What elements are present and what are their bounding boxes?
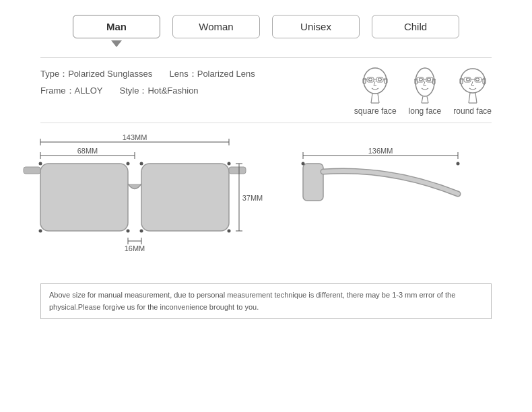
square-face-icon bbox=[360, 66, 391, 104]
svg-rect-54 bbox=[141, 164, 229, 231]
svg-point-79 bbox=[457, 162, 460, 166]
tab-arrow bbox=[111, 40, 122, 47]
svg-point-65 bbox=[39, 162, 42, 166]
glasses-front-svg: 143MM 68MM 37MM 1 bbox=[20, 130, 269, 271]
svg-point-78 bbox=[302, 162, 305, 166]
tab-row: Man Woman Unisex Child bbox=[0, 0, 532, 45]
svg-line-37 bbox=[469, 93, 470, 103]
svg-line-20 bbox=[424, 81, 425, 85]
svg-point-72 bbox=[228, 230, 231, 233]
svg-rect-56 bbox=[229, 167, 246, 174]
svg-rect-53 bbox=[40, 164, 128, 231]
face-item-long: long face bbox=[409, 66, 442, 116]
style-value: Hot&Fashion bbox=[147, 85, 198, 96]
note-text: Above size for manual measurement, due t… bbox=[49, 291, 455, 311]
diagram-front: 143MM 68MM 37MM 1 bbox=[20, 130, 276, 278]
lens-value: Polarized Lens bbox=[197, 69, 255, 79]
face-icons: square face long face bbox=[354, 66, 492, 116]
svg-point-33 bbox=[466, 78, 469, 81]
long-face-icon bbox=[409, 66, 440, 104]
tab-unisex[interactable]: Unisex bbox=[272, 15, 360, 38]
type-value: Polarized Sunglasses bbox=[68, 69, 152, 79]
svg-text:37MM: 37MM bbox=[242, 194, 263, 202]
frame-value: ALLOY bbox=[75, 85, 103, 96]
svg-line-7 bbox=[371, 94, 372, 103]
note-box: Above size for manual measurement, due t… bbox=[40, 283, 492, 319]
svg-point-68 bbox=[228, 162, 231, 166]
svg-point-19 bbox=[427, 78, 430, 81]
svg-rect-2 bbox=[385, 78, 387, 83]
diagram-side: 136MM bbox=[296, 143, 478, 251]
top-divider bbox=[40, 57, 492, 58]
svg-point-3 bbox=[369, 78, 372, 81]
svg-point-70 bbox=[127, 230, 130, 233]
svg-line-8 bbox=[378, 94, 379, 103]
lens-label: Lens： bbox=[170, 69, 197, 79]
svg-point-4 bbox=[378, 78, 382, 81]
svg-rect-77 bbox=[303, 164, 323, 201]
svg-text:136MM: 136MM bbox=[368, 147, 393, 155]
svg-point-18 bbox=[419, 78, 422, 81]
svg-point-71 bbox=[140, 230, 143, 233]
info-row: Type：Polarized Sunglasses Lens：Polarized… bbox=[0, 66, 532, 116]
face-item-square: square face bbox=[354, 66, 397, 116]
svg-point-67 bbox=[140, 162, 143, 166]
info-left: Type：Polarized Sunglasses Lens：Polarized… bbox=[40, 66, 354, 99]
svg-rect-1 bbox=[363, 78, 366, 83]
svg-text:68MM: 68MM bbox=[77, 147, 98, 155]
svg-line-38 bbox=[475, 93, 477, 103]
face-item-round: round face bbox=[453, 66, 492, 116]
svg-text:16MM: 16MM bbox=[125, 244, 145, 252]
svg-text:143MM: 143MM bbox=[123, 133, 147, 141]
svg-rect-55 bbox=[24, 167, 40, 174]
glasses-side-svg: 136MM bbox=[296, 143, 471, 251]
tab-man[interactable]: Man bbox=[73, 15, 160, 38]
svg-point-34 bbox=[475, 78, 479, 81]
svg-line-5 bbox=[374, 81, 375, 85]
svg-point-69 bbox=[39, 230, 42, 233]
round-face-icon bbox=[457, 66, 488, 104]
face-label-round: round face bbox=[453, 106, 492, 116]
svg-line-23 bbox=[427, 96, 428, 103]
tab-woman[interactable]: Woman bbox=[172, 15, 260, 38]
style-label: Style： bbox=[120, 85, 148, 96]
face-label-long: long face bbox=[409, 106, 442, 116]
face-label-square: square face bbox=[354, 106, 397, 116]
svg-point-66 bbox=[127, 162, 130, 166]
type-label: Type： bbox=[40, 69, 68, 79]
diagram-section: 143MM 68MM 37MM 1 bbox=[0, 123, 532, 278]
tab-child[interactable]: Child bbox=[372, 15, 459, 38]
frame-label: Frame： bbox=[40, 85, 75, 96]
svg-line-22 bbox=[422, 96, 423, 103]
svg-line-35 bbox=[471, 81, 473, 85]
